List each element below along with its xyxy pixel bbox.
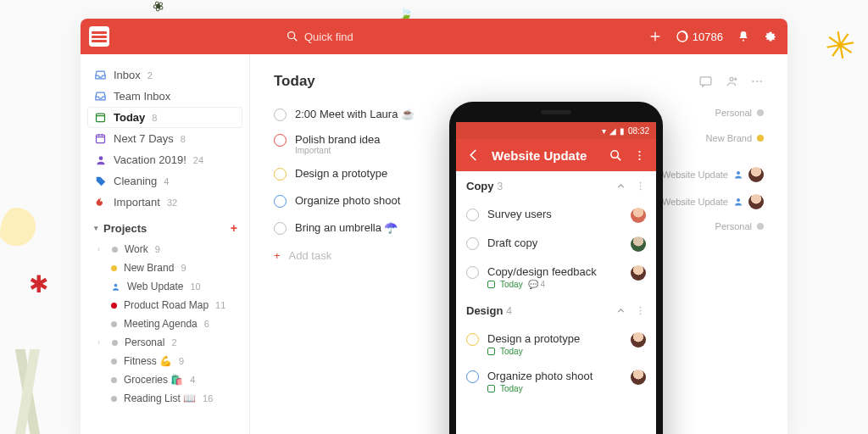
task-checkbox[interactable] (274, 222, 287, 235)
task-title: Organize photo shoot (295, 194, 400, 207)
project-item[interactable]: ›Personal2 (81, 333, 249, 352)
search-input[interactable] (304, 31, 423, 43)
back-icon[interactable] (466, 147, 481, 163)
svg-rect-6 (97, 114, 105, 121)
avatar (748, 167, 764, 182)
project-item[interactable]: ›Work9 (81, 240, 249, 259)
more-vertical-icon[interactable] (635, 305, 646, 316)
person-icon (94, 153, 107, 166)
project-item[interactable]: Web Update10 (81, 277, 249, 296)
avatar (631, 265, 646, 281)
svg-point-28 (640, 182, 642, 184)
calendar-icon (94, 132, 107, 145)
karma-points[interactable]: 10786 (676, 30, 723, 43)
decor-asterisk: ✱ (29, 270, 48, 298)
project-color-dot (111, 265, 117, 271)
project-color-dot (112, 247, 118, 253)
bell-icon[interactable] (737, 30, 750, 43)
phone-task-row[interactable]: Copy/design feedbackToday💬 4 (456, 259, 656, 296)
search-icon[interactable] (609, 148, 623, 163)
sidebar-item-label: Inbox (114, 69, 141, 81)
task-checkbox[interactable] (274, 134, 287, 147)
project-item[interactable]: Fitness 💪9 (81, 352, 249, 370)
sidebar-item-count: 4 (164, 176, 169, 186)
flame-icon (94, 196, 107, 209)
project-item[interactable]: Product Road Map11 (81, 296, 249, 314)
task-checkbox[interactable] (274, 168, 287, 181)
svg-point-29 (640, 186, 642, 187)
app-header: 10786 (81, 19, 787, 54)
app-logo[interactable] (89, 26, 109, 47)
phone-section-header[interactable]: Design4 (456, 296, 656, 326)
task-checkbox[interactable] (466, 237, 479, 250)
chevron-up-icon[interactable] (615, 181, 626, 192)
svg-point-5 (743, 40, 744, 42)
task-checkbox[interactable] (466, 333, 479, 346)
task-checkbox[interactable] (274, 108, 287, 121)
more-vertical-icon[interactable] (633, 149, 646, 162)
svg-point-0 (288, 32, 295, 39)
project-color-dot (112, 340, 118, 346)
quick-find[interactable] (116, 30, 642, 43)
karma-icon (676, 30, 689, 43)
phone-section-header[interactable]: Copy3 (456, 171, 656, 201)
phone-task-row[interactable]: Organize photo shootToday (456, 363, 656, 400)
sidebar-item-inbox[interactable]: Inbox 2 (81, 64, 249, 86)
phone-task-row[interactable]: Design a prototypeToday (456, 326, 656, 363)
sidebar-item-label: Cleaning (114, 175, 157, 187)
chevron-up-icon[interactable] (615, 305, 626, 316)
sidebar-item-count: 24 (193, 155, 203, 165)
phone-task-row[interactable]: Survey users (456, 201, 656, 230)
project-item[interactable]: Meeting Agenda6 (81, 314, 249, 333)
share-icon[interactable] (725, 75, 738, 88)
sidebar: Inbox 2 Team Inbox Today 8 (81, 54, 250, 434)
decor-sparkle: ✳︎ (821, 21, 860, 70)
avatar (631, 370, 646, 385)
avatar (631, 236, 646, 252)
project-count: 9 (181, 263, 186, 273)
svg-point-18 (752, 81, 754, 82)
more-vertical-icon[interactable] (635, 181, 646, 192)
task-title: Survey users (487, 208, 552, 220)
sidebar-item-count: 8 (152, 113, 157, 123)
phone-task-row[interactable]: Draft copy (456, 230, 656, 259)
task-checkbox[interactable] (466, 266, 479, 279)
comments-icon[interactable] (698, 75, 713, 89)
gear-icon[interactable] (764, 30, 777, 43)
svg-point-21 (737, 171, 740, 175)
calendar-icon (487, 348, 495, 355)
sidebar-item-today[interactable]: Today 8 (87, 107, 242, 128)
decor-leaf: ❀ (150, 0, 167, 16)
add-project-icon[interactable]: + (231, 221, 237, 235)
project-label: Personal (125, 337, 164, 348)
add-icon[interactable] (648, 30, 662, 43)
project-count: 2 (171, 337, 176, 348)
person-icon (733, 170, 743, 180)
sidebar-item-label: Next 7 Days (114, 132, 174, 145)
project-label: Product Road Map (124, 299, 209, 311)
avatar (748, 194, 764, 209)
task-title: Draft copy (487, 236, 537, 249)
plus-icon: + (274, 249, 281, 262)
sidebar-item-filter-important[interactable]: Important 32 (81, 192, 249, 213)
task-checkbox[interactable] (466, 209, 479, 221)
sidebar-item-label-cleaning[interactable]: Cleaning 4 (81, 170, 249, 192)
sidebar-item-next7[interactable]: Next 7 Days 8 (81, 128, 249, 149)
svg-point-30 (640, 188, 642, 190)
task-sublabel: Important (295, 146, 380, 155)
project-count: 9 (155, 244, 160, 254)
task-checkbox[interactable] (274, 195, 287, 208)
project-item[interactable]: New Brand9 (81, 259, 249, 277)
person-icon (733, 197, 743, 207)
projects-header[interactable]: ▾ Projects + (81, 213, 249, 240)
more-icon[interactable] (750, 75, 764, 88)
sidebar-item-team-inbox[interactable]: Team Inbox (81, 86, 249, 107)
task-project-label: Personal (715, 221, 752, 231)
task-project-label: Website Update (662, 170, 728, 180)
phone-time: 08:32 (628, 126, 649, 136)
sidebar-item-filter-vacation[interactable]: Vacation 2019! 24 (81, 149, 249, 170)
project-item[interactable]: Reading List 📖16 (81, 389, 249, 408)
project-item[interactable]: Groceries 🛍️4 (81, 370, 249, 389)
task-meta: Website Update (662, 194, 764, 209)
task-checkbox[interactable] (466, 370, 479, 383)
